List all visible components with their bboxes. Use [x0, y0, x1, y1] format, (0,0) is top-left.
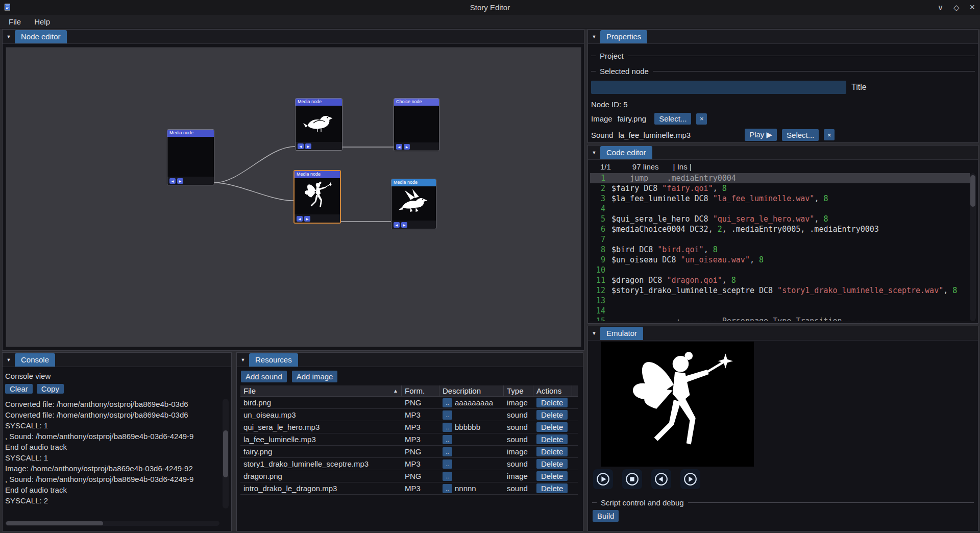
title-input[interactable] [591, 81, 846, 94]
collapse-icon[interactable]: ▼ [588, 150, 600, 155]
sound-select-button[interactable]: Select... [782, 129, 819, 141]
tab-resources[interactable]: Resources [249, 353, 298, 367]
node-title-bar[interactable]: Media node [167, 130, 214, 137]
collapse-icon[interactable]: ▼ [3, 34, 15, 39]
console-hscrollbar-thumb[interactable] [6, 521, 103, 525]
delete-button[interactable]: Delete [536, 398, 568, 407]
column-header-form[interactable]: Form. [402, 385, 439, 396]
code-line[interactable]: 2$fairy DC8 "fairy.qoi", 8 [590, 183, 970, 193]
node-next-button[interactable]: ▶ [404, 144, 410, 150]
play-button[interactable] [593, 469, 613, 489]
node-next-button[interactable]: ▶ [177, 178, 183, 184]
code-scrollbar-thumb[interactable] [970, 175, 975, 207]
table-row[interactable]: story1_drako_luminelle_sceptre.mp3MP3..s… [240, 458, 578, 470]
code-line[interactable]: 14 [590, 306, 970, 316]
node-next-button[interactable]: ▶ [304, 216, 310, 222]
edit-description-button[interactable]: .. [443, 423, 452, 432]
edit-description-button[interactable]: .. [443, 484, 452, 493]
delete-button[interactable]: Delete [536, 410, 568, 420]
column-header-actions[interactable]: Actions [533, 385, 572, 396]
image-remove-button[interactable]: × [696, 113, 707, 125]
graph-node[interactable]: Media node◀▶ [391, 179, 436, 229]
step-forward-button[interactable] [680, 469, 700, 489]
minimize-icon[interactable]: ∨ [938, 3, 943, 12]
console-scrollbar-vertical[interactable] [223, 399, 229, 508]
edit-description-button[interactable]: .. [443, 410, 452, 420]
stop-button[interactable] [622, 469, 642, 489]
code-scrollbar[interactable] [970, 173, 976, 321]
node-title-bar[interactable]: Media node [295, 171, 340, 178]
table-row[interactable]: intro_drako_le_dragon.mp3MP3..nnnnnsound… [240, 482, 578, 495]
code-line[interactable]: 3$la_fee_luminelle DC8 "la_fee_luminelle… [590, 193, 970, 204]
code-line[interactable]: 5$qui_sera_le_hero DC8 "qui_sera_le_hero… [590, 214, 970, 224]
menu-item-file[interactable]: File [2, 16, 28, 28]
table-row[interactable]: dragon.pngPNG..imageDelete [240, 470, 578, 482]
code-line[interactable]: 9$un_oiseau DC8 "un_oiseau.wav", 8 [590, 255, 970, 265]
maximize-icon[interactable]: ◇ [953, 3, 960, 12]
edit-description-button[interactable]: .. [443, 398, 452, 407]
image-select-button[interactable]: Select... [654, 113, 691, 125]
build-button[interactable]: Build [593, 510, 619, 522]
step-back-button[interactable] [651, 469, 671, 489]
sound-play-button[interactable]: Play ▶ [745, 129, 777, 141]
delete-button[interactable]: Delete [536, 471, 568, 481]
table-row[interactable]: bird.pngPNG..aaaaaaaaaimageDelete [240, 397, 578, 409]
code-line[interactable]: 11$dragon DC8 "dragon.qoi", 8 [590, 275, 970, 285]
tab-emulator[interactable]: Emulator [600, 327, 643, 340]
copy-button[interactable]: Copy [37, 384, 64, 394]
close-icon[interactable]: × [969, 2, 975, 13]
node-prev-button[interactable]: ◀ [394, 222, 400, 228]
node-prev-button[interactable]: ◀ [169, 178, 176, 184]
node-prev-button[interactable]: ◀ [298, 143, 304, 149]
edit-description-button[interactable]: .. [443, 447, 452, 456]
edit-description-button[interactable]: .. [443, 435, 452, 444]
code-line[interactable]: 12$story1_drako_luminelle_sceptre DC8 "s… [590, 285, 970, 296]
column-header-description[interactable]: Description [439, 385, 504, 396]
console-log[interactable]: Converted file: /home/anthony/ostproj/ba… [5, 399, 220, 511]
edit-description-button[interactable]: .. [443, 459, 452, 469]
delete-button[interactable]: Delete [536, 434, 568, 444]
graph-node[interactable]: Media node◀▶ [295, 98, 342, 151]
node-canvas[interactable]: Media node◀▶Media node◀▶Choice node◀▶Med… [6, 47, 581, 347]
code-line[interactable]: 4 [590, 204, 970, 214]
code-line[interactable]: 7 [590, 234, 970, 245]
code-line[interactable]: 8$bird DC8 "bird.qoi", 8 [590, 245, 970, 255]
node-title-bar[interactable]: Media node [391, 179, 436, 186]
table-row[interactable]: qui_sera_le_hero.mp3MP3..bbbbbbsoundDele… [240, 421, 578, 433]
column-header-file[interactable]: File▲ [240, 385, 402, 396]
code-line[interactable]: 10 [590, 265, 970, 275]
sound-remove-button[interactable]: × [824, 129, 835, 140]
graph-node[interactable]: Choice node◀▶ [394, 98, 439, 151]
tab-node-editor[interactable]: Node editor [15, 30, 67, 43]
delete-button[interactable]: Delete [536, 447, 568, 456]
table-row[interactable]: la_fee_luminelle.mp3MP3..soundDelete [240, 433, 578, 446]
node-title-bar[interactable]: Choice node [394, 99, 439, 106]
delete-button[interactable]: Delete [536, 483, 568, 493]
collapse-icon[interactable]: ▼ [588, 34, 600, 39]
graph-node[interactable]: Media node◀▶ [293, 170, 341, 224]
tab-code-editor[interactable]: Code editor [600, 146, 652, 159]
code-line[interactable]: 6$mediaChoice0004 DC32, 2, .mediaEntry00… [590, 224, 970, 234]
node-next-button[interactable]: ▶ [305, 143, 311, 149]
collapse-icon[interactable]: ▼ [3, 357, 15, 362]
code-line[interactable]: 13 [590, 296, 970, 306]
node-prev-button[interactable]: ◀ [396, 144, 402, 150]
edit-description-button[interactable]: .. [443, 472, 452, 481]
collapse-icon[interactable]: ▼ [237, 357, 249, 362]
clear-button[interactable]: Clear [5, 384, 33, 394]
delete-button[interactable]: Delete [536, 422, 568, 432]
code-area[interactable]: 1 jump .mediaEntry00042$fairy DC8 "fairy… [590, 173, 976, 321]
table-row[interactable]: fairy.pngPNG..imageDelete [240, 446, 578, 458]
console-scrollbar-horizontal[interactable] [5, 521, 219, 526]
table-row[interactable]: un_oiseau.mp3MP3..soundDelete [240, 409, 578, 421]
code-line[interactable]: 15 ; ------- Personnage Type Transition … [590, 316, 970, 321]
delete-button[interactable]: Delete [536, 459, 568, 469]
node-prev-button[interactable]: ◀ [297, 216, 303, 222]
add-sound-button[interactable]: Add sound [241, 371, 287, 382]
collapse-icon[interactable]: ▼ [588, 331, 600, 336]
menu-item-help[interactable]: Help [28, 16, 57, 28]
graph-node[interactable]: Media node◀▶ [167, 129, 214, 185]
code-line[interactable]: 1 jump .mediaEntry0004 [590, 173, 970, 183]
node-next-button[interactable]: ▶ [401, 222, 407, 228]
tab-properties[interactable]: Properties [600, 30, 647, 43]
